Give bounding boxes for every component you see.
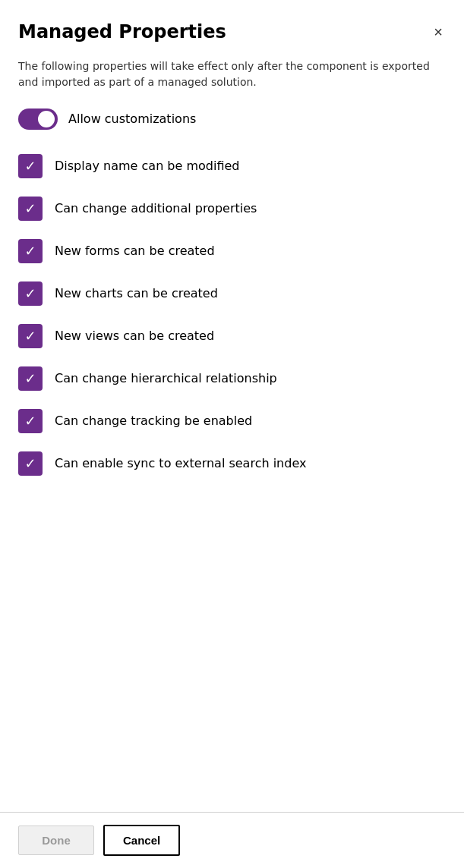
dialog-footer: Done Cancel bbox=[0, 812, 464, 868]
dialog-content: Managed Properties × The following prope… bbox=[0, 0, 464, 812]
toggle-row: Allow customizations bbox=[18, 108, 446, 130]
managed-properties-dialog: Managed Properties × The following prope… bbox=[0, 0, 464, 868]
check-icon: ✓ bbox=[24, 202, 36, 215]
checkbox-external-search[interactable]: ✓ bbox=[18, 451, 43, 476]
check-icon: ✓ bbox=[24, 287, 36, 300]
dialog-header: Managed Properties × bbox=[18, 21, 446, 43]
checkbox-label: Can change tracking be enabled bbox=[55, 413, 252, 429]
list-item: ✓ Can change tracking be enabled bbox=[18, 400, 446, 442]
list-item: ✓ Can enable sync to external search ind… bbox=[18, 442, 446, 485]
checkbox-new-charts[interactable]: ✓ bbox=[18, 281, 43, 306]
toggle-label: Allow customizations bbox=[68, 112, 196, 126]
checkbox-display-name[interactable]: ✓ bbox=[18, 154, 43, 178]
check-icon: ✓ bbox=[24, 414, 36, 428]
checkbox-hierarchical[interactable]: ✓ bbox=[18, 366, 43, 391]
check-icon: ✓ bbox=[24, 329, 36, 343]
check-icon: ✓ bbox=[24, 372, 36, 385]
checkbox-label: New views can be created bbox=[55, 328, 214, 344]
checkbox-label: Display name can be modified bbox=[55, 158, 240, 175]
checkbox-label: New forms can be created bbox=[55, 243, 215, 259]
dialog-description: The following properties will take effec… bbox=[18, 58, 446, 90]
list-item: ✓ New forms can be created bbox=[18, 230, 446, 272]
list-item: ✓ New views can be created bbox=[18, 315, 446, 357]
checkbox-additional-props[interactable]: ✓ bbox=[18, 197, 43, 221]
done-button[interactable]: Done bbox=[18, 826, 94, 855]
checkbox-label: Can change additional properties bbox=[55, 200, 257, 217]
check-icon: ✓ bbox=[24, 159, 36, 173]
list-item: ✓ Display name can be modified bbox=[18, 145, 446, 187]
checkbox-new-views[interactable]: ✓ bbox=[18, 324, 43, 348]
checkbox-label: New charts can be created bbox=[55, 285, 218, 302]
checkbox-list: ✓ Display name can be modified ✓ Can cha… bbox=[18, 145, 446, 485]
toggle-thumb bbox=[38, 111, 55, 127]
dialog-title: Managed Properties bbox=[18, 21, 226, 43]
close-button[interactable]: × bbox=[431, 21, 446, 42]
cancel-button[interactable]: Cancel bbox=[103, 825, 180, 856]
list-item: ✓ Can change hierarchical relationship bbox=[18, 357, 446, 400]
checkbox-label: Can enable sync to external search index bbox=[55, 455, 306, 472]
checkbox-new-forms[interactable]: ✓ bbox=[18, 239, 43, 263]
allow-customizations-toggle[interactable] bbox=[18, 108, 58, 130]
checkbox-label: Can change hierarchical relationship bbox=[55, 370, 277, 387]
list-item: ✓ New charts can be created bbox=[18, 272, 446, 315]
list-item: ✓ Can change additional properties bbox=[18, 187, 446, 230]
check-icon: ✓ bbox=[24, 244, 36, 258]
checkbox-tracking[interactable]: ✓ bbox=[18, 409, 43, 433]
check-icon: ✓ bbox=[24, 457, 36, 470]
